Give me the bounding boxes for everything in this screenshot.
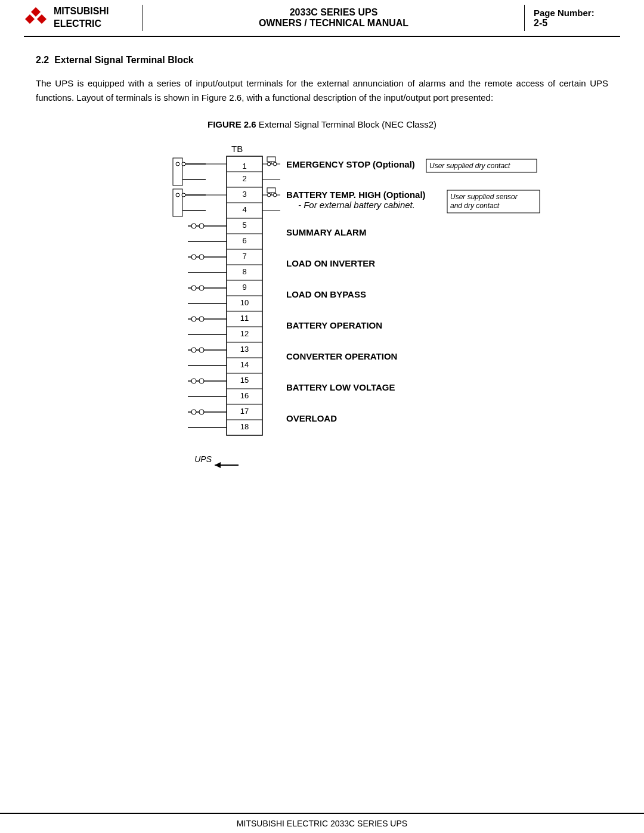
- svg-text:BATTERY OPERATION: BATTERY OPERATION: [286, 320, 382, 330]
- svg-point-75: [191, 317, 196, 321]
- svg-text:11: 11: [240, 314, 249, 323]
- svg-marker-2: [37, 14, 47, 24]
- svg-point-100: [273, 162, 277, 166]
- svg-text:10: 10: [240, 298, 249, 307]
- svg-point-51: [182, 193, 185, 197]
- svg-text:4: 4: [242, 205, 246, 214]
- svg-text:14: 14: [240, 360, 249, 369]
- svg-text:BATTERY LOW VOLTAGE: BATTERY LOW VOLTAGE: [286, 382, 395, 392]
- svg-point-45: [182, 162, 185, 166]
- svg-point-58: [199, 224, 204, 228]
- svg-text:LOAD ON INVERTER: LOAD ON INVERTER: [286, 258, 375, 268]
- svg-rect-98: [267, 157, 275, 162]
- svg-text:2: 2: [242, 174, 246, 183]
- svg-text:16: 16: [240, 391, 249, 400]
- svg-text:15: 15: [240, 376, 249, 385]
- svg-point-69: [191, 286, 196, 290]
- svg-text:- For external battery cabinet: - For external battery cabinet.: [298, 200, 415, 210]
- svg-text:SUMMARY ALARM: SUMMARY ALARM: [286, 227, 366, 237]
- svg-point-81: [191, 348, 196, 352]
- page-content: 2.2 External Signal Terminal Block The U…: [0, 37, 644, 517]
- svg-point-64: [199, 255, 204, 259]
- svg-marker-124: [215, 462, 221, 468]
- mitsubishi-logo-icon: [24, 6, 48, 30]
- document-title: 2033C SERIES UPS OWNERS / TECHNICAL MANU…: [143, 5, 525, 31]
- svg-point-88: [199, 379, 204, 383]
- svg-point-87: [191, 379, 196, 383]
- svg-point-108: [267, 193, 271, 197]
- svg-text:18: 18: [240, 422, 249, 431]
- svg-marker-1: [25, 14, 35, 24]
- svg-text:5: 5: [242, 221, 246, 230]
- svg-text:6: 6: [242, 236, 246, 245]
- svg-text:17: 17: [240, 407, 249, 416]
- page-footer: MITSUBISHI ELECTRIC 2033C SERIES UPS: [0, 813, 644, 833]
- logo-section: MITSUBISHI ELECTRIC: [24, 5, 143, 31]
- svg-text:13: 13: [240, 345, 249, 354]
- svg-point-93: [191, 410, 196, 414]
- svg-point-99: [267, 162, 271, 166]
- svg-point-109: [273, 193, 277, 197]
- svg-point-50: [176, 193, 179, 197]
- terminal-block-diagram: TB 1 2 3 4 5 6 7 8 9: [95, 141, 549, 499]
- svg-rect-107: [267, 188, 275, 193]
- svg-text:9: 9: [242, 283, 246, 292]
- svg-text:7: 7: [242, 252, 246, 261]
- brand-name: MITSUBISHI ELECTRIC: [54, 5, 109, 30]
- svg-marker-0: [31, 7, 41, 17]
- page-header: MITSUBISHI ELECTRIC 2033C SERIES UPS OWN…: [24, 0, 620, 37]
- page-number-section: Page Number: 2-5: [525, 5, 620, 31]
- svg-point-82: [199, 348, 204, 352]
- svg-text:BATTERY TEMP. HIGH (Optional): BATTERY TEMP. HIGH (Optional): [286, 190, 426, 200]
- svg-text:LOAD ON BYPASS: LOAD ON BYPASS: [286, 289, 366, 299]
- svg-text:EMERGENCY STOP (Optional): EMERGENCY STOP (Optional): [286, 159, 415, 169]
- svg-text:UPS: UPS: [194, 454, 212, 464]
- svg-text:OVERLOAD: OVERLOAD: [286, 413, 337, 423]
- svg-text:8: 8: [242, 267, 246, 276]
- svg-text:12: 12: [240, 329, 249, 338]
- figure-label: FIGURE 2.6 External Signal Terminal Bloc…: [36, 119, 608, 129]
- svg-point-44: [176, 162, 179, 166]
- section-body-text: The UPS is equipped with a series of inp…: [36, 76, 608, 105]
- svg-point-63: [191, 255, 196, 259]
- svg-point-76: [199, 317, 204, 321]
- section-heading: 2.2 External Signal Terminal Block: [36, 55, 608, 66]
- svg-text:CONVERTER OPERATION: CONVERTER OPERATION: [286, 351, 397, 361]
- svg-point-70: [199, 286, 204, 290]
- svg-point-94: [199, 410, 204, 414]
- svg-text:User supplied sensor: User supplied sensor: [450, 193, 518, 201]
- svg-point-57: [191, 224, 196, 228]
- svg-text:User supplied dry contact: User supplied dry contact: [429, 162, 510, 170]
- svg-text:and dry contact: and dry contact: [450, 202, 500, 210]
- svg-text:3: 3: [242, 190, 246, 199]
- tb-label: TB: [231, 144, 243, 154]
- svg-text:1: 1: [242, 162, 246, 171]
